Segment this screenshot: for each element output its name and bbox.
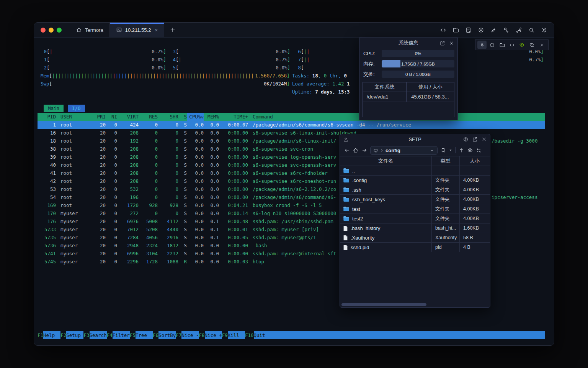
record-icon[interactable] [476, 25, 485, 34]
file-row[interactable]: .. [340, 166, 490, 176]
fnkey-f10[interactable]: F10 [245, 331, 254, 339]
horizontal-scrollbar[interactable] [341, 303, 426, 306]
fnkey-f7[interactable]: F7 [176, 331, 181, 339]
ps-col-ni[interactable]: NI [106, 113, 117, 121]
sftp-panel: SFTP config 文件名 [340, 134, 490, 308]
fnkey-f8[interactable]: F8 [199, 331, 205, 339]
file-row[interactable]: .XauthorityXauthority58 B [340, 233, 490, 243]
fnlabel-sortby[interactable]: SortBy [158, 331, 176, 339]
close-icon[interactable] [449, 40, 454, 46]
code-icon[interactable] [438, 25, 448, 34]
file-name: .bash_history [351, 225, 380, 231]
keychain-icon[interactable] [514, 25, 523, 34]
fnlabel-help[interactable]: Help [43, 331, 60, 339]
settings-gear-icon[interactable] [539, 25, 549, 34]
back-icon[interactable] [344, 147, 350, 153]
zoom-window-button[interactable] [57, 28, 62, 33]
filesystem-table: 文件系统 使用 / 大小 /dev/vda1 45.61GB / 58.3... [363, 82, 454, 117]
file-row[interactable]: test文件夹4.00KB [340, 204, 490, 214]
chevron-down-icon[interactable] [430, 148, 434, 153]
file-type: Xauthority [431, 235, 459, 240]
open-in-window-icon[interactable] [439, 40, 445, 46]
upload-icon[interactable] [458, 147, 464, 153]
folder-icon[interactable] [451, 25, 460, 34]
floating-mini-toolbar [475, 39, 549, 50]
fnlabel-kill[interactable]: Kill [228, 331, 245, 339]
fnlabel-search[interactable]: Search [90, 331, 107, 339]
file-name: .. [352, 168, 355, 174]
info-icon[interactable] [487, 41, 497, 49]
folder-icon[interactable] [497, 41, 506, 49]
col-size[interactable]: 大小 [459, 156, 490, 166]
ps-col-cpu%[interactable]: CPU%▽ [187, 113, 204, 121]
fnlabel-nice-+[interactable]: Nice + [205, 331, 222, 339]
notes-icon[interactable] [464, 25, 473, 34]
fnlabel-quit[interactable]: Quit [254, 331, 545, 339]
key-icon[interactable] [501, 25, 511, 34]
minimize-window-button[interactable] [49, 28, 54, 33]
home-icon[interactable] [353, 147, 359, 153]
fnkey-f9[interactable]: F9 [222, 331, 228, 339]
fnlabel-setup[interactable]: Setup [66, 331, 83, 339]
sysinfo-meter: 交换:0 B / 1.00GB [359, 69, 457, 79]
close-window-button[interactable] [41, 28, 46, 33]
file-row[interactable]: .config文件夹4.00KB [340, 176, 490, 185]
path-breadcrumb[interactable]: config [370, 146, 438, 155]
htop-function-bar: F1Help F2Setup F3SearchF4FilterF5Tree F6… [38, 331, 545, 339]
col-filename[interactable]: 文件名 [340, 156, 431, 166]
ps-col-res[interactable]: RES [139, 113, 158, 121]
process-row-1[interactable]: 1root20042400S0.00.00:00.07/package/admi… [38, 121, 545, 129]
process-table-header[interactable]: PIDUSERPRINIVIRTRESSHRSCPU%▽MEM%TIME+Com… [38, 113, 545, 121]
ps-col-virt[interactable]: VIRT [117, 113, 139, 121]
close-icon[interactable] [537, 41, 546, 49]
file-row[interactable]: .bash_historybash_hi...1.60KB [340, 223, 490, 233]
open-in-window-icon[interactable] [472, 136, 478, 142]
file-row[interactable]: sshd.pidpid4 B [340, 243, 490, 252]
tab-session[interactable]: 10.211.55.2 × [109, 23, 164, 37]
refresh-icon[interactable] [476, 148, 482, 153]
forward-icon[interactable] [361, 147, 368, 153]
fs-row[interactable]: /dev/vda1 45.61GB / 58.3... [363, 92, 454, 102]
file-row[interactable]: test2文件夹4.00KB [340, 214, 490, 223]
sync-icon[interactable] [527, 41, 536, 49]
tab-termora-home[interactable]: Termora [70, 23, 109, 37]
caret-down-icon[interactable] [449, 148, 452, 152]
fnkey-f6[interactable]: F6 [153, 331, 158, 339]
new-tab-button[interactable] [164, 23, 181, 37]
ps-col-time+[interactable]: TIME+ [219, 113, 248, 121]
close-icon[interactable] [481, 136, 487, 142]
fnkey-f2[interactable]: F2 [60, 331, 66, 339]
code-icon[interactable] [507, 41, 516, 49]
ps-col-shr[interactable]: SHR [158, 113, 178, 121]
ps-col-pid[interactable]: PID [41, 113, 56, 121]
fnkey-f1[interactable]: F1 [38, 331, 43, 339]
col-type[interactable]: 类型 [431, 156, 459, 166]
file-row[interactable]: .ssh文件夹4.00KB [340, 185, 490, 195]
htop-tab-io[interactable]: I/O [68, 105, 85, 112]
file-table-header[interactable]: 文件名 类型 大小 [340, 156, 490, 166]
ps-col-mem%[interactable]: MEM% [204, 113, 219, 121]
file-row[interactable]: ssh_host_keys文件夹4.00KB [340, 195, 490, 204]
fnkey-f3[interactable]: F3 [83, 331, 89, 339]
ps-col-pri[interactable]: PRI [91, 113, 106, 121]
tab-session-label: 10.211.55.2 [125, 27, 151, 33]
file-type: 文件夹 [431, 196, 459, 203]
ps-col-s[interactable]: S [178, 113, 187, 121]
edit-icon[interactable] [489, 25, 498, 34]
htop-tab-main[interactable]: Main [44, 105, 64, 112]
fnlabel-tree[interactable]: Tree [136, 331, 153, 339]
download-icon[interactable] [343, 134, 349, 145]
bookmark-icon[interactable] [440, 148, 446, 153]
fnkey-f5[interactable]: F5 [130, 331, 136, 339]
nvidia-icon[interactable] [517, 41, 526, 49]
show-hidden-eye-icon[interactable] [467, 147, 473, 153]
search-icon[interactable] [527, 25, 536, 34]
fnlabel-nice--[interactable]: Nice - [181, 331, 199, 339]
pin-icon[interactable] [477, 41, 487, 49]
file-size: 4.00KB [459, 216, 490, 221]
fnlabel-filter[interactable]: Filter [113, 331, 130, 339]
close-tab-icon[interactable]: × [155, 27, 158, 33]
help-icon[interactable] [463, 136, 469, 142]
fnkey-f4[interactable]: F4 [107, 331, 113, 339]
ps-col-user[interactable]: USER [56, 113, 91, 121]
